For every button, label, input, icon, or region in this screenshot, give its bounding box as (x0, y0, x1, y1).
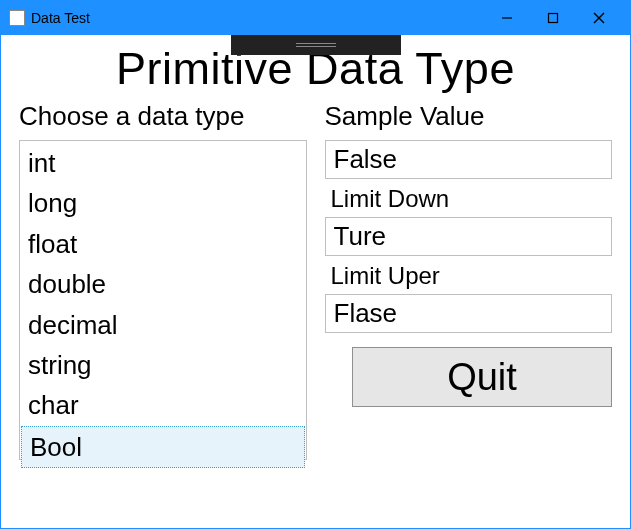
grip-strip (231, 35, 401, 55)
sample-value-input[interactable] (325, 140, 613, 179)
minimize-button[interactable] (484, 1, 530, 35)
title-left: Data Test (9, 10, 90, 26)
close-button[interactable] (576, 1, 622, 35)
columns: Choose a data type intlongfloatdoubledec… (19, 101, 612, 460)
maximize-button[interactable] (530, 1, 576, 35)
limit-upper-label: Limit Uper (331, 262, 611, 290)
sample-value-label: Sample Value (325, 101, 613, 132)
list-item[interactable]: string (20, 345, 306, 385)
window-controls (484, 1, 622, 35)
limit-upper-input[interactable] (325, 294, 613, 333)
quit-button[interactable]: Quit (352, 347, 612, 407)
list-item[interactable]: char (20, 385, 306, 425)
limit-down-input[interactable] (325, 217, 613, 256)
list-item[interactable]: double (20, 264, 306, 304)
app-window: Data Test Primitive Data Type Choose a d… (0, 0, 631, 529)
datatype-listbox[interactable]: intlongfloatdoubledecimalstringcharBool (19, 140, 307, 460)
list-item[interactable]: decimal (20, 305, 306, 345)
right-column: Sample Value Limit Down Limit Uper Quit (325, 101, 613, 460)
left-column: Choose a data type intlongfloatdoubledec… (19, 101, 307, 460)
svg-rect-1 (549, 14, 558, 23)
app-icon (9, 10, 25, 26)
title-bar: Data Test (1, 1, 630, 35)
list-item[interactable]: int (20, 143, 306, 183)
list-item[interactable]: Bool (21, 426, 305, 468)
window-title: Data Test (31, 10, 90, 26)
client-area: Primitive Data Type Choose a data type i… (1, 35, 630, 470)
limit-down-label: Limit Down (331, 185, 611, 213)
choose-label: Choose a data type (19, 101, 307, 132)
list-item[interactable]: long (20, 183, 306, 223)
list-item[interactable]: float (20, 224, 306, 264)
